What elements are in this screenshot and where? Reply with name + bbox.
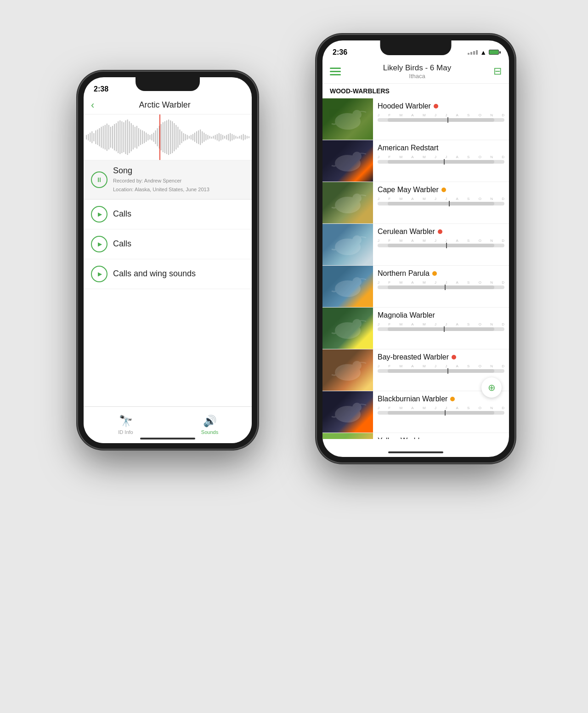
svg-rect-3 <box>91 131 92 143</box>
pause-button[interactable]: ⏸ <box>91 171 107 188</box>
location-fab[interactable]: ⊕ <box>481 377 502 398</box>
tab-id-info[interactable]: 🔭 ID Info <box>84 415 168 435</box>
bird-image-3 <box>322 182 373 223</box>
play-icon-3: ▶ <box>98 271 102 277</box>
wifi-icon: ▲ <box>480 49 486 56</box>
svg-rect-34 <box>149 135 150 139</box>
svg-rect-75 <box>226 135 227 139</box>
bird-status-dot-3 <box>441 188 446 192</box>
bird-item-4[interactable]: Cerulean WarblerJFMAMJJASOND <box>322 224 509 266</box>
svg-rect-52 <box>183 133 184 141</box>
svg-rect-25 <box>133 125 134 149</box>
bird-status-dot-8 <box>450 397 455 401</box>
svg-rect-19 <box>121 121 122 153</box>
bird-image-7 <box>322 349 373 391</box>
svg-rect-37 <box>155 130 156 144</box>
calls-wing-label: Calls and wing sounds <box>113 269 196 279</box>
bird-name-9: Yellow Warbler <box>378 437 426 439</box>
svg-rect-15 <box>114 124 115 150</box>
svg-rect-72 <box>220 134 221 140</box>
svg-rect-21 <box>125 120 126 154</box>
location-icon: ⊕ <box>488 382 496 393</box>
notch-back <box>136 77 200 91</box>
bird-name-5: Northern Parula <box>378 269 430 278</box>
svg-rect-49 <box>177 126 178 147</box>
svg-rect-58 <box>194 132 195 142</box>
svg-rect-31 <box>144 131 145 143</box>
bird-status-dot-5 <box>432 271 437 276</box>
svg-rect-51 <box>181 131 182 143</box>
bird-item-7[interactable]: Bay-breasted WarblerJFMAMJJASOND <box>322 349 509 391</box>
bird-item-8[interactable]: Blackburnian WarblerJFMAMJJASOND <box>322 391 509 433</box>
svg-rect-87 <box>249 136 249 138</box>
bird-info-6: Magnolia WarblerJFMAMJJASOND <box>373 308 509 349</box>
bird-image-1 <box>322 98 373 140</box>
svg-rect-46 <box>172 121 173 153</box>
bird-info-9: Yellow WarblerJFMAMJJASOND <box>373 433 509 439</box>
svg-rect-69 <box>215 135 216 139</box>
bird-image-2 <box>322 140 373 182</box>
arctic-title: Arctic Warbler <box>99 100 231 110</box>
bird-name-6: Magnolia Warbler <box>378 311 435 319</box>
svg-rect-63 <box>204 132 204 142</box>
back-button[interactable]: ‹ <box>91 100 94 110</box>
bird-item-3[interactable]: Cape May WarblerJFMAMJJASOND <box>322 182 509 224</box>
tab-id-info-label: ID Info <box>118 429 133 435</box>
filter-icon[interactable]: ⊟ <box>493 65 502 77</box>
bird-list[interactable]: Hooded WarblerJFMAMJJASOND American Reds… <box>322 98 509 439</box>
svg-rect-43 <box>166 120 167 154</box>
svg-rect-5 <box>95 130 96 144</box>
bird-item-5[interactable]: Northern ParulaJFMAMJJASOND <box>322 266 509 308</box>
bird-info-4: Cerulean WarblerJFMAMJJASOND <box>373 224 509 265</box>
calls-item-1[interactable]: ▶ Calls <box>84 200 252 229</box>
bird-status-dot-1 <box>434 104 438 108</box>
svg-rect-9 <box>103 125 104 148</box>
bird-status-dot-7 <box>452 355 456 359</box>
bird-image-6 <box>322 308 373 349</box>
playhead <box>159 114 160 160</box>
calls-wing-item[interactable]: ▶ Calls and wing sounds <box>84 259 252 289</box>
bird-image-4 <box>322 224 373 265</box>
svg-rect-84 <box>243 134 244 140</box>
svg-rect-11 <box>107 123 107 150</box>
svg-rect-57 <box>192 134 193 140</box>
svg-rect-22 <box>127 119 128 154</box>
screen-front: 2:36 ▲ <box>322 40 509 457</box>
svg-rect-30 <box>142 130 143 144</box>
svg-rect-10 <box>105 125 106 149</box>
pause-icon: ⏸ <box>96 176 102 183</box>
svg-rect-60 <box>198 130 199 144</box>
svg-rect-66 <box>209 136 210 138</box>
bird-item-1[interactable]: Hooded WarblerJFMAMJJASOND <box>322 98 509 140</box>
hamburger-menu[interactable] <box>330 68 341 75</box>
tab-sounds-label: Sounds <box>201 429 218 435</box>
svg-rect-76 <box>228 134 229 140</box>
bird-info-5: Northern ParulaJFMAMJJASOND <box>373 266 509 307</box>
bird-info-1: Hooded WarblerJFMAMJJASOND <box>373 98 509 140</box>
bird-thumb-6 <box>322 308 373 349</box>
svg-rect-78 <box>232 134 232 140</box>
bird-item-2[interactable]: American RedstartJFMAMJJASOND <box>322 140 509 182</box>
play-button-2[interactable]: ▶ <box>91 236 107 252</box>
header-title: Likely Birds - 6 May <box>341 63 493 73</box>
bird-item-9[interactable]: Yellow WarblerJFMAMJJASOND <box>322 433 509 439</box>
bird-name-3: Cape May Warbler <box>378 186 439 194</box>
svg-rect-20 <box>123 122 124 152</box>
svg-rect-81 <box>237 137 238 138</box>
waveform[interactable] <box>84 114 252 160</box>
play-button-1[interactable]: ▶ <box>91 206 107 222</box>
svg-rect-42 <box>164 121 165 153</box>
bird-item-6[interactable]: Magnolia WarblerJFMAMJJASOND <box>322 308 509 349</box>
calls-item-2[interactable]: ▶ Calls <box>84 229 252 259</box>
bird-image-9 <box>322 433 373 439</box>
svg-rect-55 <box>189 136 190 138</box>
bird-thumb-9 <box>322 433 373 439</box>
svg-rect-12 <box>108 125 109 149</box>
svg-rect-38 <box>157 128 158 146</box>
tab-sounds[interactable]: 🔊 Sounds <box>168 415 252 435</box>
play-icon-1: ▶ <box>98 211 102 217</box>
play-icon-2: ▶ <box>98 241 102 247</box>
play-button-3[interactable]: ▶ <box>91 266 107 282</box>
calls-label-1: Calls <box>113 209 131 219</box>
svg-rect-40 <box>161 124 162 150</box>
